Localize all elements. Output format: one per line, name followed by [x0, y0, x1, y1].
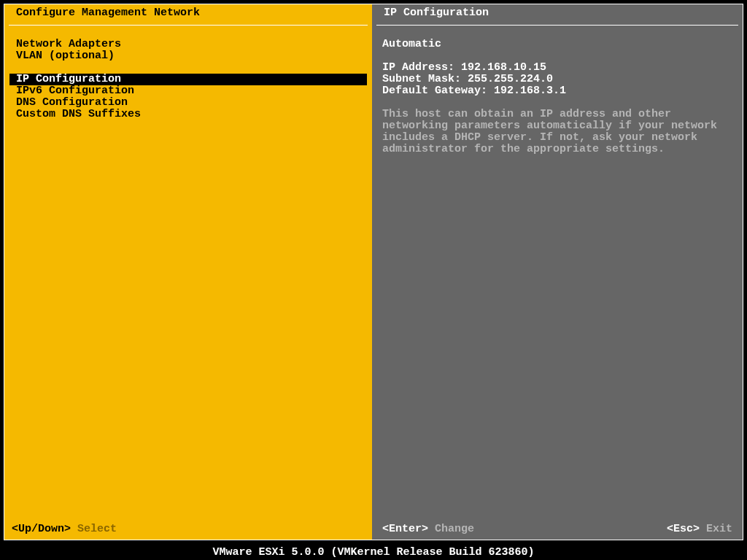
- menu-footer: <Up/Down> Select: [4, 524, 372, 535]
- menu-list[interactable]: Network AdaptersVLAN (optional)IP Config…: [4, 26, 372, 120]
- menu-item[interactable]: Network Adapters: [4, 39, 372, 50]
- menu-item[interactable]: VLAN (optional): [4, 50, 372, 62]
- enter-key-hint: <Enter>: [382, 523, 428, 535]
- menu-pane: Configure Management Network Network Ada…: [4, 4, 372, 540]
- menu-item[interactable]: IP Configuration: [9, 74, 367, 85]
- menu-item[interactable]: Custom DNS Suffixes: [4, 109, 372, 120]
- detail-pane-title: IP Configuration: [376, 4, 738, 26]
- menu-pane-title: Configure Management Network: [9, 4, 368, 26]
- detail-pane: IP Configuration Automatic IP Address: 1…: [372, 4, 743, 540]
- menu-item[interactable]: IPv6 Configuration: [4, 85, 372, 97]
- updown-keys-label: Select: [77, 523, 117, 535]
- help-text: This host can obtain an IP address and o…: [382, 109, 732, 155]
- enter-key-label: Change: [435, 523, 474, 535]
- detail-footer: <Enter> Change <Esc> Exit: [372, 524, 743, 535]
- detail-row: Subnet Mask: 255.255.224.0: [382, 74, 732, 85]
- esc-key-label: Exit: [706, 523, 732, 535]
- ip-mode: Automatic: [382, 39, 732, 50]
- window-frame: Configure Management Network Network Ada…: [4, 4, 743, 540]
- status-bar: VMware ESXi 5.0.0 (VMKernel Release Buil…: [0, 544, 747, 560]
- updown-keys-hint: <Up/Down>: [12, 523, 71, 535]
- menu-item[interactable]: DNS Configuration: [4, 97, 372, 109]
- detail-row: Default Gateway: 192.168.3.1: [382, 85, 732, 97]
- esc-key-hint: <Esc>: [667, 523, 700, 535]
- ip-details: IP Address: 192.168.10.15Subnet Mask: 25…: [382, 62, 732, 97]
- detail-row: IP Address: 192.168.10.15: [382, 62, 732, 74]
